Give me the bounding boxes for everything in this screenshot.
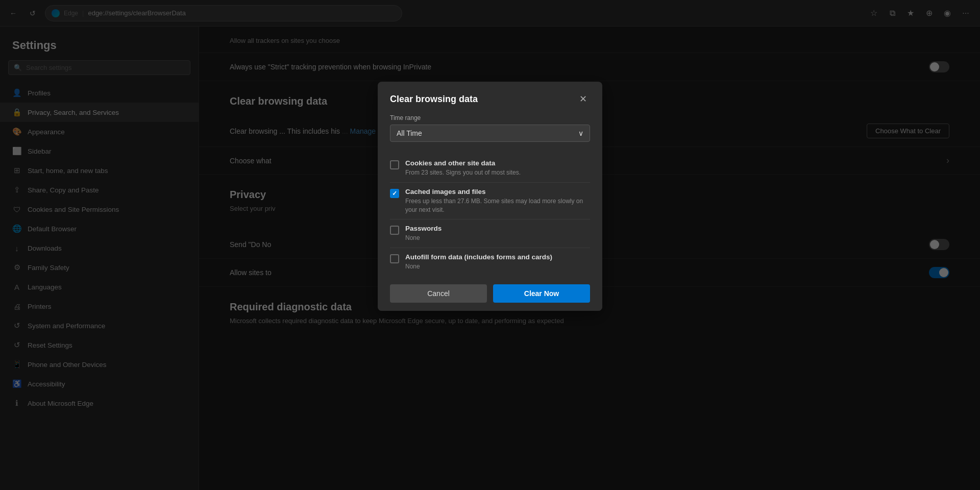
time-range-value: All Time [397, 129, 422, 137]
checkbox-item-cookies: Cookies and other site data From 23 site… [390, 154, 590, 183]
checkbox-item-autofill: Autofill form data (includes forms and c… [390, 248, 590, 276]
modal-scrollable-area: Cookies and other site data From 23 site… [378, 154, 602, 276]
cookies-checkbox[interactable] [390, 160, 399, 169]
modal-overlay[interactable]: Clear browsing data ✕ Time range All Tim… [0, 0, 980, 490]
cached-checkbox[interactable] [390, 189, 399, 198]
checkbox-item-passwords: Passwords None [390, 219, 590, 248]
passwords-checkbox[interactable] [390, 226, 399, 235]
cached-checkbox-desc: Frees up less than 27.6 MB. Some sites m… [405, 197, 590, 214]
modal-close-button[interactable]: ✕ [576, 92, 590, 106]
checkbox-item-cached: Cached images and files Frees up less th… [390, 183, 590, 220]
clear-browsing-modal: Clear browsing data ✕ Time range All Tim… [378, 82, 602, 311]
modal-body: Time range All Time ∨ [378, 114, 602, 154]
cookies-checkbox-label: Cookies and other site data [405, 159, 521, 167]
cancel-button[interactable]: Cancel [390, 284, 487, 303]
time-range-label: Time range [390, 114, 590, 121]
cached-checkbox-label: Cached images and files [405, 188, 590, 195]
chevron-down-icon: ∨ [578, 129, 583, 137]
modal-footer: Cancel Clear Now [378, 276, 602, 311]
modal-header: Clear browsing data ✕ [378, 82, 602, 114]
time-range-select[interactable]: All Time ∨ [390, 125, 590, 142]
cookies-checkbox-desc: From 23 sites. Signs you out of most sit… [405, 168, 521, 177]
passwords-checkbox-desc: None [405, 234, 442, 242]
autofill-checkbox-desc: None [405, 262, 552, 271]
autofill-checkbox-label: Autofill form data (includes forms and c… [405, 253, 552, 261]
passwords-checkbox-label: Passwords [405, 225, 442, 232]
clear-now-button[interactable]: Clear Now [493, 284, 590, 303]
autofill-checkbox[interactable] [390, 254, 399, 263]
modal-title: Clear browsing data [390, 94, 478, 105]
